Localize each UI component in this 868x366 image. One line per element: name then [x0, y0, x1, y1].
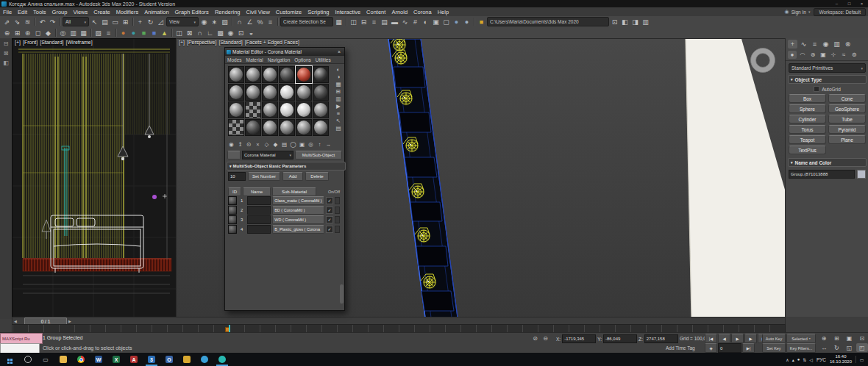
scene-states-icon[interactable]: ▧ [93, 28, 103, 37]
object-color-swatch[interactable] [857, 170, 866, 179]
tray-cloud-icon[interactable]: ● [797, 357, 800, 362]
taskbar-telegram[interactable] [196, 353, 213, 366]
autogrid-checkbox[interactable] [814, 86, 819, 92]
material-sample-slot[interactable] [296, 66, 312, 83]
material-sample-slot[interactable] [262, 119, 278, 136]
material-sample-slot[interactable] [313, 66, 329, 83]
edit-named-selections-icon[interactable]: ▦ [334, 17, 344, 26]
object-button-cylinder[interactable]: Cylinder [789, 115, 826, 123]
viewport-pov-menu[interactable]: [Front] [23, 40, 38, 45]
select-by-name-icon[interactable]: ▤ [100, 17, 110, 26]
material-sample-slot[interactable] [279, 119, 295, 136]
notification-center-icon[interactable]: ▭ [855, 356, 865, 363]
sub-material-extra-toggle[interactable] [335, 207, 340, 214]
key-mode-toggle[interactable]: ◈ [705, 343, 717, 353]
sub-material-button[interactable]: Glass_matte ( CoronaMtl ) [272, 196, 324, 205]
material-editor-titlebar[interactable]: Material Editor - Corona Material × [225, 48, 344, 56]
y-coordinate-field[interactable]: -86,049 [603, 334, 637, 343]
menu-interactive[interactable]: Interactive [332, 7, 363, 16]
material-sample-slot[interactable] [296, 101, 312, 118]
viewport-standard-menu[interactable]: [Standard] [40, 40, 63, 45]
material-type-dropdown[interactable]: Corona Material ▾ [242, 151, 294, 159]
environment-icon[interactable]: ◒ [246, 28, 256, 37]
schematic-view-icon[interactable]: # [410, 17, 420, 26]
measure-icon[interactable]: ∟ [205, 28, 215, 37]
select-and-scale-icon[interactable]: ◿ [156, 17, 166, 26]
field-of-view-icon[interactable]: ◱ [844, 343, 855, 352]
spinner-snap-icon[interactable]: ≡ [266, 17, 275, 26]
viewport-shading-menu[interactable]: [Wireframe] [66, 40, 93, 45]
light-tool-yellow-icon[interactable]: ▲ [160, 28, 169, 37]
mirror-icon[interactable]: ◫ [349, 17, 358, 26]
reference-coordinate-dropdown[interactable]: View▾ [166, 17, 199, 26]
sub-material-name-field[interactable] [247, 196, 271, 205]
tab-modify[interactable]: ∿ [799, 40, 808, 49]
viewport-layout-tab-icon[interactable]: ⊟ [4, 40, 9, 47]
unlink-selection-icon[interactable]: ⇘ [13, 17, 22, 26]
go-to-parent-icon[interactable]: ↑ [316, 140, 324, 148]
selection-filter-dropdown[interactable]: All▾ [63, 17, 89, 26]
rendered-frame-window-icon[interactable]: ▢ [441, 17, 451, 26]
material-sample-slot[interactable] [228, 84, 244, 101]
toggle-scene-explorer-icon[interactable]: ≡ [369, 17, 379, 26]
zoom-icon[interactable]: ⊕ [818, 334, 830, 342]
isolate-selection-icon[interactable]: ◎ [58, 28, 68, 37]
z-coordinate-field[interactable]: 2747,158 [644, 334, 678, 343]
named-selection-sets-field[interactable]: Create Selection Se [280, 17, 333, 26]
material-class-button[interactable]: Multi/Sub-Object [295, 151, 342, 159]
auto-key-button[interactable]: Auto Key [762, 334, 786, 343]
curve-editor-icon[interactable]: ∿ [400, 17, 410, 26]
key-selection-dropdown[interactable]: Selected ▾ [786, 334, 816, 343]
taskbar-file-explorer[interactable] [54, 353, 72, 366]
normal-align-icon[interactable]: ◆ [43, 28, 53, 37]
workspace-layout-icon-1[interactable]: ⊡ [610, 17, 619, 26]
taskbar-search[interactable] [19, 353, 37, 366]
tab-hierarchy[interactable]: ≡ [810, 40, 819, 49]
go-to-start-button[interactable]: |◀ [705, 334, 717, 343]
sub-material-button[interactable]: WD ( CoronaMtl ) [272, 215, 324, 224]
cube-tool-green-icon[interactable]: ■ [139, 28, 149, 37]
sample-type-icon[interactable]: ◐ [337, 66, 341, 73]
material-id-channel-icon[interactable]: ◯ [289, 140, 297, 148]
me-menu-navigation[interactable]: Navigation [266, 57, 293, 62]
sub-material-button[interactable]: B_Plastic_gloss ( Corona [272, 225, 324, 234]
render-teapot-orange-icon[interactable]: ● [118, 28, 128, 37]
menu-modifiers[interactable]: Modifiers [113, 7, 141, 16]
category-shapes[interactable]: ◠ [798, 51, 807, 59]
workspace-layout-icon-3[interactable]: ◨ [630, 17, 640, 26]
sub-material-extra-toggle[interactable] [335, 226, 340, 233]
backlight-icon[interactable]: ◑ [337, 73, 341, 80]
align-objects-icon[interactable]: ⊛ [23, 28, 32, 37]
sub-material-name-field[interactable] [247, 206, 271, 215]
start-button[interactable] [0, 353, 19, 366]
material-sample-slot[interactable] [279, 101, 295, 118]
reset-map-icon[interactable]: × [254, 140, 262, 148]
me-menu-options[interactable]: Options [292, 57, 313, 62]
zoom-extents-icon[interactable]: ▣ [844, 334, 855, 342]
sub-material-extra-toggle[interactable] [335, 197, 340, 204]
rollout-object-type[interactable]: ▾ Object Type [788, 75, 867, 84]
material-sample-slot[interactable] [245, 84, 261, 101]
tray-chevron-icon[interactable]: ∧ [786, 357, 789, 362]
sub-material-thumbnail[interactable] [228, 225, 237, 234]
maxscript-mini-listener-pink[interactable]: MAXScript Ru [0, 333, 43, 344]
category-lights[interactable]: ⊛ [808, 51, 817, 59]
sub-material-on-off-checkbox[interactable]: ✓ [326, 197, 333, 204]
layer-list-icon[interactable]: ≡ [104, 28, 113, 37]
delete-button[interactable]: Delete [305, 172, 329, 181]
set-number-button[interactable]: Set Number [248, 172, 280, 181]
angle-snap-icon[interactable]: ∠ [245, 17, 255, 26]
select-and-move-icon[interactable]: + [135, 17, 145, 26]
project-folder-field[interactable]: C:\Users\Maria\Documents\3ds Max 2020 [487, 17, 609, 26]
go-forward-to-sibling-icon[interactable]: → [324, 140, 332, 148]
menu-group[interactable]: Group [49, 7, 71, 16]
cube-tool-blue-icon[interactable]: ■ [149, 28, 159, 37]
minimize-button[interactable]: – [830, 0, 843, 7]
viewport-front[interactable]: [+][Front][Standard][Wireframe] [12, 38, 177, 318]
material-editor-close-icon[interactable]: × [335, 49, 343, 54]
redo-icon[interactable]: ↷ [48, 17, 57, 26]
viewport-general-menu[interactable]: [+] [179, 40, 185, 45]
maximize-button[interactable]: □ [843, 0, 855, 7]
material-sample-slot[interactable] [296, 119, 312, 136]
taskbar-excel[interactable]: X [107, 353, 125, 366]
